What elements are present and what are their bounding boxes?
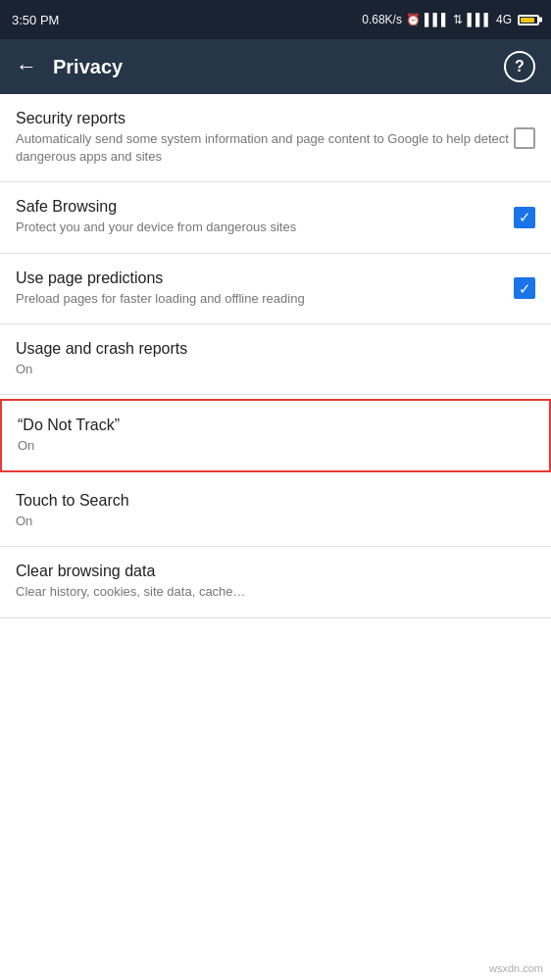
settings-item-text: Touch to Search On [16, 492, 535, 530]
battery-icon [518, 15, 539, 25]
checkbox-unchecked[interactable] [514, 127, 535, 149]
settings-item-title: Usage and crash reports [16, 340, 535, 358]
app-bar: ← Privacy ? [0, 39, 551, 94]
settings-item-use-page-predictions[interactable]: Use page predictions Preload pages for f… [0, 254, 551, 324]
data-transfer-icon: ⇅ [453, 13, 463, 26]
settings-item-title: “Do Not Track” [18, 416, 533, 434]
checkbox-checked[interactable]: ✓ [514, 277, 535, 299]
status-bar: 3:50 PM 0.68K/s ⏰ ▌▌▌ ⇅ ▌▌▌ 4G [0, 0, 551, 39]
alarm-icon: ⏰ [406, 13, 421, 26]
settings-item-text: “Do Not Track” On [18, 416, 533, 455]
settings-item-touch-to-search[interactable]: Touch to Search On [0, 476, 551, 547]
settings-list: Security reports Automatically send some… [0, 94, 551, 618]
settings-item-subtitle: Protect you and your device from dangero… [16, 219, 514, 236]
settings-item-subtitle: On [16, 513, 535, 530]
settings-item-text: Use page predictions Preload pages for f… [16, 270, 514, 308]
checkbox-checked[interactable]: ✓ [514, 207, 535, 228]
settings-item-do-not-track[interactable]: “Do Not Track” On [0, 399, 551, 472]
settings-item-safe-browsing[interactable]: Safe Browsing Protect you and your devic… [0, 182, 551, 253]
settings-item-text: Usage and crash reports On [16, 340, 535, 378]
signal2-icon: ▌▌▌ [467, 13, 492, 26]
settings-item-title: Clear browsing data [16, 563, 535, 580]
checkmark-icon: ✓ [519, 210, 531, 224]
network-speed: 0.68K/s [362, 13, 402, 26]
settings-item-title: Security reports [16, 110, 514, 127]
settings-item-text: Safe Browsing Protect you and your devic… [16, 198, 514, 236]
time-display: 3:50 PM [12, 13, 59, 27]
signal-icon: ▌▌▌ [425, 13, 450, 26]
help-button[interactable]: ? [504, 51, 535, 82]
back-button[interactable]: ← [16, 54, 37, 79]
status-icons: 0.68K/s ⏰ ▌▌▌ ⇅ ▌▌▌ 4G [362, 13, 539, 26]
settings-item-title: Touch to Search [16, 492, 535, 510]
settings-item-subtitle: Preload pages for faster loading and off… [16, 290, 514, 308]
page-title: Privacy [53, 56, 504, 78]
settings-item-subtitle: Clear history, cookies, site data, cache… [16, 583, 535, 601]
checkmark-icon: ✓ [519, 281, 531, 296]
status-time: 3:50 PM [12, 13, 59, 27]
watermark: wsxdn.com [489, 962, 543, 974]
settings-item-text: Security reports Automatically send some… [16, 110, 514, 166]
settings-item-text: Clear browsing data Clear history, cooki… [16, 563, 535, 601]
settings-item-usage-crash-reports[interactable]: Usage and crash reports On [0, 324, 551, 395]
network-type: 4G [496, 13, 512, 26]
settings-item-clear-browsing-data[interactable]: Clear browsing data Clear history, cooki… [0, 547, 551, 617]
settings-item-subtitle: Automatically send some system informati… [16, 130, 514, 166]
settings-item-security-reports[interactable]: Security reports Automatically send some… [0, 94, 551, 182]
settings-item-subtitle: On [16, 361, 535, 378]
settings-item-title: Safe Browsing [16, 198, 514, 216]
settings-item-subtitle: On [18, 437, 533, 455]
settings-item-title: Use page predictions [16, 270, 514, 287]
